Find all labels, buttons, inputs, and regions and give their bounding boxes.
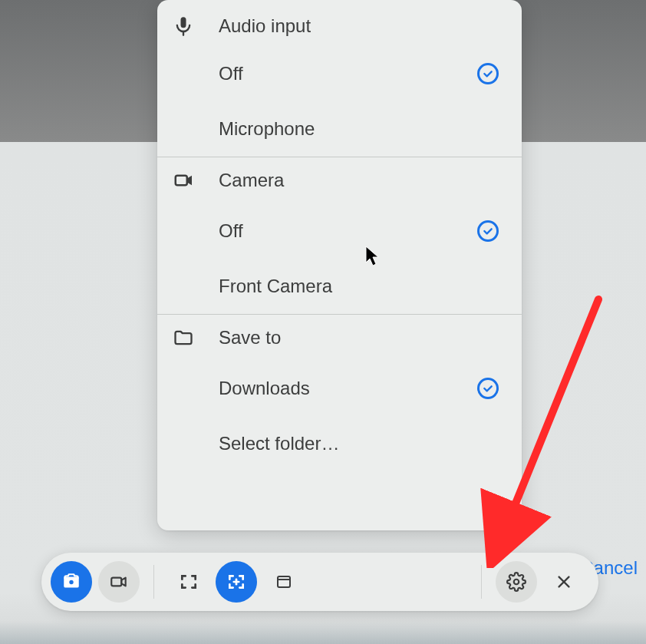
partial-capture-button[interactable] (216, 561, 257, 603)
saveto-option-downloads[interactable]: Downloads (157, 361, 522, 416)
section-saveto-header: Save to (157, 315, 522, 361)
audio-option-microphone[interactable]: Microphone (157, 101, 522, 157)
saveto-option-select-folder[interactable]: Select folder… (157, 416, 522, 471)
screen-record-mode-button[interactable] (98, 561, 140, 603)
close-button[interactable] (543, 561, 585, 603)
empty-check-slot (474, 272, 502, 300)
svg-point-12 (514, 580, 519, 585)
section-camera-title: Camera (219, 170, 284, 191)
section-audio-title: Audio input (219, 15, 311, 37)
svg-point-5 (68, 580, 74, 586)
capture-settings-panel: Audio input Off Microphone Camera (157, 0, 522, 530)
audio-option-off-label: Off (219, 63, 243, 84)
section-saveto-title: Save to (219, 327, 281, 348)
selected-check-icon (474, 375, 502, 402)
selected-check-icon (474, 217, 502, 245)
svg-marker-7 (121, 578, 125, 586)
svg-rect-10 (278, 576, 290, 587)
toolbar-separator (153, 565, 154, 599)
section-camera: Camera Off Front Camera (157, 157, 522, 314)
empty-check-slot (474, 115, 502, 143)
saveto-option-downloads-label: Downloads (219, 378, 310, 399)
audio-option-microphone-label: Microphone (219, 118, 315, 140)
window-capture-button[interactable] (263, 561, 305, 603)
section-audio-input: Audio input Off Microphone (157, 0, 522, 157)
mic-icon (173, 15, 203, 37)
fullscreen-capture-button[interactable] (168, 561, 209, 603)
svg-rect-0 (181, 17, 186, 28)
saveto-option-select-folder-label: Select folder… (219, 433, 339, 454)
settings-button[interactable] (496, 561, 537, 603)
camera-option-front[interactable]: Front Camera (157, 259, 522, 314)
screen-capture-toolbar (41, 553, 598, 611)
desktop-shelf-hint (0, 621, 646, 644)
camera-option-off[interactable]: Off (157, 203, 522, 259)
selected-check-icon (474, 60, 502, 88)
videocam-icon (173, 169, 203, 192)
section-save-to: Save to Downloads Select folder… (157, 314, 522, 471)
folder-icon (173, 327, 203, 348)
svg-rect-2 (176, 176, 187, 186)
section-camera-header: Camera (157, 157, 522, 203)
empty-check-slot (474, 430, 502, 457)
section-audio-header: Audio input (157, 0, 522, 46)
toolbar-separator (481, 565, 482, 599)
audio-option-off[interactable]: Off (157, 46, 522, 101)
screenshot-mode-button[interactable] (51, 561, 92, 603)
camera-option-off-label: Off (219, 220, 243, 242)
svg-rect-6 (111, 578, 121, 586)
camera-option-front-label: Front Camera (219, 276, 332, 297)
